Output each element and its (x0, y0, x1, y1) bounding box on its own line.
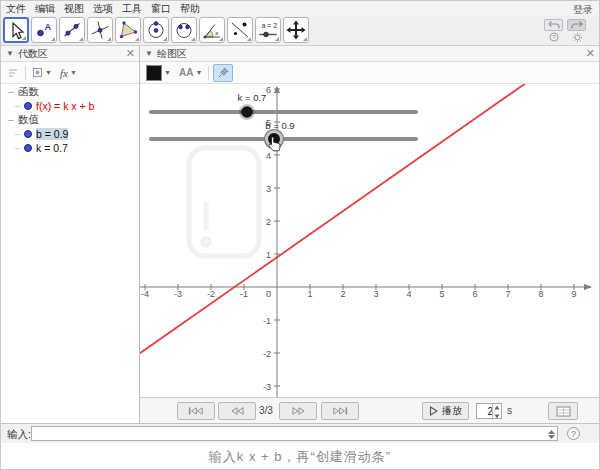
pushpin-icon (218, 67, 229, 78)
object-label: f(x) = k x + b (36, 100, 94, 112)
text-size-button[interactable]: AA ▼ (177, 64, 204, 82)
perpendicular-line-tool[interactable] (87, 17, 113, 43)
collapse-minus-icon[interactable]: − (8, 87, 14, 98)
circle-tool[interactable] (143, 17, 169, 43)
slider-tool[interactable]: a = 2 (255, 17, 281, 43)
algebra-item-b[interactable]: –b = 0.9 (1, 127, 139, 141)
algebra-group-functions[interactable]: −函数 (1, 85, 139, 99)
graphics-view-panel: ▼ 绘图区 ✕ ▼ AA ▼ (140, 46, 599, 423)
object-visibility-dot[interactable] (24, 144, 32, 152)
menu-item-tools[interactable]: 工具 (122, 2, 142, 16)
step-counter: 3/3 (259, 405, 273, 416)
y-tick-label: 1 (266, 250, 271, 260)
skip-to-start-button[interactable] (177, 402, 215, 420)
spin-down-icon[interactable] (494, 414, 500, 419)
slider-k: k = 0.7 (151, 92, 416, 120)
step-back-button[interactable] (218, 402, 256, 420)
polygon-tool[interactable] (115, 17, 141, 43)
algebra-group-numbers[interactable]: −数值 (1, 113, 139, 127)
menu-item-window[interactable]: 窗口 (151, 2, 171, 16)
algebra-item-k[interactable]: –k = 0.7 (1, 141, 139, 155)
graph-svg: -4-3-2-1123456789-3-2-11234560k = 0.7b =… (140, 84, 599, 397)
command-input[interactable] (31, 426, 558, 441)
y-tick-label: 4 (266, 151, 271, 161)
chevron-up-icon (548, 430, 555, 434)
y-tick-label: 3 (266, 184, 271, 194)
svg-text:a = 2: a = 2 (262, 22, 278, 29)
color-picker-button[interactable]: ▼ (144, 64, 173, 82)
group-label: 数值 (18, 113, 39, 127)
close-icon[interactable]: ✕ (586, 47, 595, 60)
algebra-panel-title: 代数区 (18, 47, 48, 61)
algebra-item-f[interactable]: –f(x) = k x + b (1, 99, 139, 113)
x-tick-label: -1 (240, 289, 248, 299)
play-label: 播放 (442, 404, 462, 418)
collapse-caret-icon[interactable]: ▼ (6, 49, 14, 58)
caption-area: 输入k x + b，再“创建滑动条” (1, 443, 599, 470)
skip-end-icon (332, 406, 348, 416)
move-tool[interactable] (3, 17, 29, 43)
point-tool[interactable]: A (31, 17, 57, 43)
menu-item-file[interactable]: 文件 (6, 2, 26, 16)
function-line-f[interactable] (140, 84, 540, 353)
menu-item-help[interactable]: 帮助 (180, 2, 200, 16)
conic-tool[interactable] (171, 17, 197, 43)
collapse-caret-icon[interactable]: ▼ (145, 49, 153, 58)
graphics-canvas[interactable]: -4-3-2-1123456789-3-2-11234560k = 0.7b =… (140, 84, 599, 397)
skip-to-end-button[interactable] (321, 402, 359, 420)
menu-item-options[interactable]: 选项 (93, 2, 113, 16)
spin-up-icon[interactable] (494, 405, 500, 410)
menu-bar: 文件编辑视图选项工具窗口帮助 (1, 1, 599, 16)
algebra-panel-header[interactable]: ▼ 代数区 ✕ (1, 46, 139, 62)
x-tick-label: 2 (340, 289, 345, 299)
slider-k-point[interactable] (241, 106, 253, 118)
login-link[interactable]: 登录 (573, 3, 593, 17)
step-forward-button[interactable] (279, 402, 317, 420)
object-label: b = 0.9 (36, 128, 68, 140)
graphics-panel-header[interactable]: ▼ 绘图区 ✕ (140, 46, 599, 62)
undo-button[interactable] (544, 19, 563, 31)
sort-objects-button[interactable] (5, 64, 21, 82)
algebra-style-bar: ▼ fx ▼ (1, 62, 139, 84)
speed-value: 2 (479, 406, 493, 417)
input-history-toggle[interactable] (546, 428, 556, 440)
gear-icon[interactable] (572, 32, 583, 45)
slider-b-label: b = 0.9 (265, 120, 294, 131)
protocol-table-icon (556, 406, 571, 417)
angle-tool[interactable]: a (199, 17, 225, 43)
spinner-arrows[interactable] (492, 404, 501, 420)
menu-item-view[interactable]: 视图 (64, 2, 84, 16)
tool-buttons: Aaa = 2 (3, 17, 309, 43)
pin-button[interactable] (213, 64, 233, 82)
speed-spinner[interactable]: 2 (476, 403, 502, 419)
help-icon[interactable]: ? (549, 32, 559, 44)
play-icon (429, 406, 438, 416)
line-tool[interactable] (59, 17, 85, 43)
construction-protocol-button[interactable] (548, 402, 578, 420)
text-size-label: AA (179, 67, 193, 78)
menu-item-edit[interactable]: 编辑 (35, 2, 55, 16)
object-label: k = 0.7 (36, 142, 68, 154)
object-visibility-dot[interactable] (24, 130, 32, 138)
x-tick-label: 6 (472, 289, 477, 299)
fx-style-button[interactable]: fx ▼ (58, 64, 79, 82)
collapse-minus-icon[interactable]: − (8, 115, 14, 126)
input-help-button[interactable]: ? (567, 427, 580, 440)
svg-text:a: a (215, 30, 219, 36)
reflect-tool[interactable] (227, 17, 253, 43)
toolbar: Aaa = 2 ? (1, 16, 599, 46)
watermark (189, 148, 259, 256)
y-tick-label: 6 (266, 85, 271, 95)
slider-b: b = 0.9 (151, 120, 416, 149)
object-visibility-dot[interactable] (24, 102, 32, 110)
screenshot-root: 文件编辑视图选项工具窗口帮助 登录 Aaa = 2 ? (0, 0, 600, 470)
close-icon[interactable]: ✕ (126, 47, 135, 60)
tree-connector: – (15, 101, 20, 111)
x-tick-label: 8 (538, 289, 543, 299)
auxiliary-objects-button[interactable]: ▼ (30, 64, 54, 82)
undo-icon (547, 20, 561, 30)
redo-button[interactable] (567, 19, 586, 31)
play-button[interactable]: 播放 (422, 402, 469, 420)
x-axis-arrow-icon (584, 284, 592, 290)
move-view-tool[interactable] (283, 17, 309, 43)
